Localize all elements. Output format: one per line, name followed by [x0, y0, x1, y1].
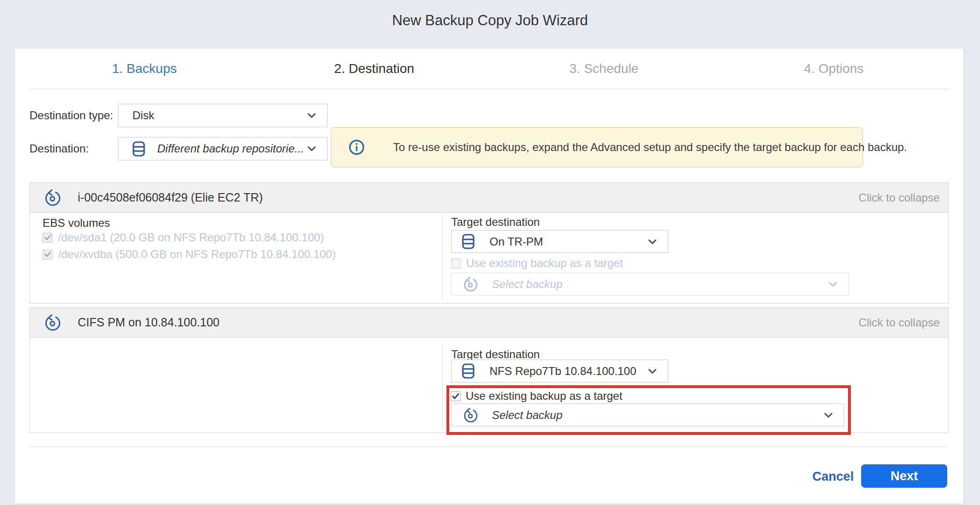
backup-icon	[463, 408, 478, 423]
volume-row: /dev/sda1 (20.0 GB on NFS Repo7Tb 10.84.…	[43, 231, 324, 244]
use-existing-checkbox	[451, 259, 461, 268]
chevron-down-icon	[648, 368, 657, 374]
column-divider	[442, 345, 443, 428]
info-banner: To re-use existing backups, expand the A…	[331, 127, 863, 167]
destination-value: Different backup repositorie...	[157, 142, 304, 155]
highlight-box: Use existing backup as a target Select b…	[446, 385, 851, 435]
destination-type-select[interactable]: Disk	[118, 104, 328, 127]
wizard-dialog: 1. Backups 2. Destination 3. Schedule 4.…	[15, 49, 963, 504]
wizard-steps: 1. Backups 2. Destination 3. Schedule 4.…	[29, 49, 949, 89]
footer-divider	[29, 447, 948, 447]
use-existing-label: Use existing backup as a target	[466, 390, 622, 403]
tab-destination[interactable]: 2. Destination	[259, 49, 489, 89]
chevron-down-icon	[829, 281, 837, 287]
use-existing-label: Use existing backup as a target	[466, 257, 623, 270]
info-message: To re-use existing backups, expand the A…	[393, 141, 907, 154]
chevron-down-icon	[307, 146, 316, 152]
volume-checkbox	[43, 250, 52, 260]
repository-select[interactable]: NFS Repo7Tb 10.84.100.100	[451, 360, 668, 382]
section-header-cifs[interactable]: CIFS PM on 10.84.100.100 Click to collap…	[30, 308, 948, 338]
select-backup-placeholder: Select backup	[492, 409, 563, 422]
select-backup-dropdown: Select backup	[451, 273, 849, 296]
target-destination-heading: Target destination	[451, 216, 540, 229]
column-divider	[442, 215, 443, 299]
backup-section-ec2: i-00c4508ef06084f29 (Elie EC2 TR) Click …	[29, 182, 949, 303]
repository-value: NFS Repo7Tb 10.84.100.100	[490, 365, 636, 378]
tab-schedule[interactable]: 3. Schedule	[489, 49, 719, 89]
section-title: CIFS PM on 10.84.100.100	[78, 316, 219, 329]
repository-icon	[462, 234, 475, 249]
target-destination-heading: Target destination	[451, 348, 540, 361]
destination-type-value: Disk	[132, 109, 154, 122]
repository-select[interactable]: On TR-PM	[451, 230, 668, 253]
collapse-hint: Click to collapse	[859, 316, 940, 329]
backup-icon	[44, 189, 61, 206]
section-header-ec2[interactable]: i-00c4508ef06084f29 (Elie EC2 TR) Click …	[30, 183, 948, 213]
select-backup-placeholder: Select backup	[492, 278, 563, 291]
repository-icon	[132, 141, 145, 157]
destination-type-label: Destination type:	[29, 104, 113, 127]
ebs-volumes-heading: EBS volumes	[43, 216, 110, 230]
volume-row: /dev/xvdba (500.0 GB on NFS Repo7Tb 10.8…	[43, 248, 336, 261]
volume-checkbox	[43, 233, 52, 243]
section-title: i-00c4508ef06084f29 (Elie EC2 TR)	[78, 191, 263, 204]
destination-label: Destination:	[29, 137, 89, 160]
use-existing-checkbox[interactable]	[451, 391, 461, 401]
tab-backups[interactable]: 1. Backups	[29, 49, 259, 89]
destination-select[interactable]: Different backup repositorie...	[118, 137, 328, 160]
repository-icon	[462, 363, 475, 379]
tab-options[interactable]: 4. Options	[719, 49, 949, 89]
chevron-down-icon	[824, 412, 833, 418]
repository-value: On TR-PM	[490, 235, 543, 248]
volume-label: /dev/xvdba (500.0 GB on NFS Repo7Tb 10.8…	[58, 248, 336, 261]
use-existing-row: Use existing backup as a target	[451, 389, 622, 403]
info-icon	[348, 139, 365, 156]
cancel-button[interactable]: Cancel	[805, 464, 861, 488]
backup-icon	[44, 314, 61, 331]
chevron-down-icon	[307, 113, 316, 118]
chevron-down-icon	[648, 239, 657, 244]
backup-icon	[463, 277, 478, 292]
steps-divider	[29, 89, 949, 89]
page-title: New Backup Copy Job Wizard	[0, 12, 980, 29]
collapse-hint: Click to collapse	[859, 191, 940, 204]
select-backup-dropdown[interactable]: Select backup	[451, 404, 844, 426]
volume-label: /dev/sda1 (20.0 GB on NFS Repo7Tb 10.84.…	[58, 231, 324, 244]
next-button[interactable]: Next	[861, 464, 947, 488]
backup-section-cifs: CIFS PM on 10.84.100.100 Click to collap…	[29, 307, 949, 433]
use-existing-row: Use existing backup as a target	[451, 257, 623, 270]
